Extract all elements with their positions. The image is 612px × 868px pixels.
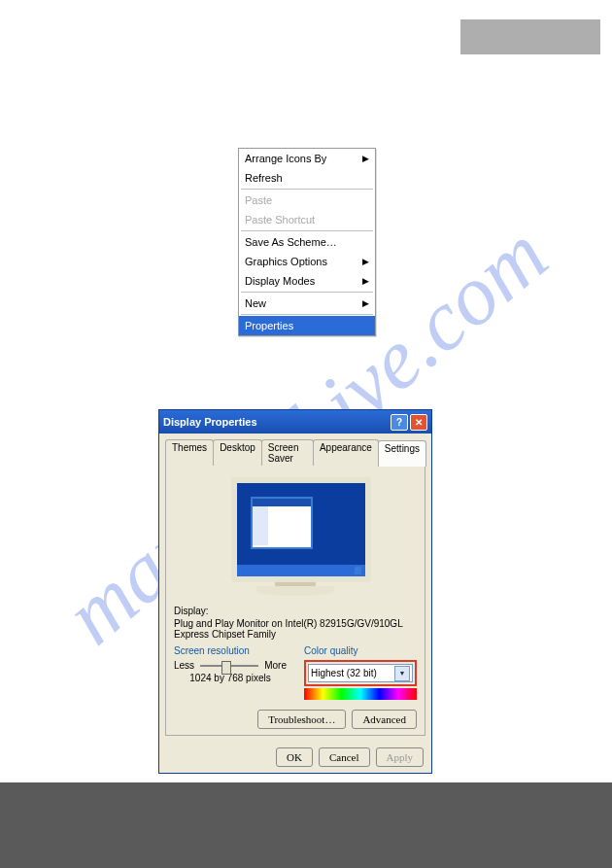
menu-separator bbox=[241, 314, 373, 315]
apply-button: Apply bbox=[376, 747, 425, 767]
submenu-arrow-icon: ▶ bbox=[362, 276, 369, 286]
slider-more-label: More bbox=[264, 660, 287, 671]
display-device-name: Plug and Play Monitor on Intel(R) 82915G… bbox=[174, 618, 417, 640]
screen-resolution-group: Screen resolution Less More 1024 by 768 … bbox=[174, 645, 287, 700]
tab-themes[interactable]: Themes bbox=[165, 439, 214, 466]
submenu-arrow-icon: ▶ bbox=[362, 257, 369, 266]
close-button[interactable]: ✕ bbox=[410, 414, 427, 431]
menu-arrange-icons[interactable]: Arrange Icons By▶ bbox=[239, 149, 375, 168]
menu-label: Graphics Options bbox=[245, 256, 327, 267]
menu-label: Paste bbox=[245, 194, 272, 206]
troubleshoot-button[interactable]: Troubleshoot… bbox=[257, 710, 346, 729]
color-spectrum-icon bbox=[304, 688, 417, 700]
slider-less-label: Less bbox=[174, 660, 194, 671]
titlebar: Display Properties ? ✕ bbox=[159, 410, 431, 434]
settings-pane: Display: Plug and Play Monitor on Intel(… bbox=[165, 466, 425, 736]
menu-properties[interactable]: Properties bbox=[239, 316, 375, 335]
menu-new[interactable]: New▶ bbox=[239, 294, 375, 313]
tab-appearance[interactable]: Appearance bbox=[313, 439, 379, 466]
tab-settings[interactable]: Settings bbox=[378, 440, 426, 467]
menu-separator bbox=[241, 292, 373, 293]
color-quality-highlight: Highest (32 bit) ▼ bbox=[304, 660, 417, 686]
menu-label: Refresh bbox=[245, 172, 283, 184]
display-label: Display: bbox=[174, 606, 417, 616]
header-gray-block bbox=[460, 19, 600, 54]
menu-graphics-options[interactable]: Graphics Options▶ bbox=[239, 252, 375, 271]
menu-separator bbox=[241, 189, 373, 190]
slider-thumb[interactable] bbox=[221, 661, 231, 675]
advanced-button[interactable]: Advanced bbox=[352, 710, 417, 729]
tab-desktop[interactable]: Desktop bbox=[213, 439, 262, 466]
menu-label: Save As Scheme… bbox=[245, 236, 337, 248]
dialog-button-row: OK Cancel Apply bbox=[159, 742, 431, 773]
menu-display-modes[interactable]: Display Modes▶ bbox=[239, 271, 375, 291]
chevron-down-icon[interactable]: ▼ bbox=[394, 666, 410, 681]
desktop-context-menu: Arrange Icons By▶ Refresh Paste Paste Sh… bbox=[238, 148, 376, 336]
menu-paste-shortcut: Paste Shortcut bbox=[239, 210, 375, 229]
menu-label: Arrange Icons By bbox=[245, 153, 326, 164]
submenu-arrow-icon: ▶ bbox=[362, 154, 369, 163]
monitor-preview bbox=[174, 477, 417, 596]
menu-label: Paste Shortcut bbox=[245, 214, 315, 226]
tab-screensaver[interactable]: Screen Saver bbox=[261, 439, 314, 466]
menu-separator bbox=[241, 230, 373, 231]
menu-paste: Paste bbox=[239, 191, 375, 210]
menu-refresh[interactable]: Refresh bbox=[239, 168, 375, 188]
cancel-button[interactable]: Cancel bbox=[319, 747, 370, 767]
color-quality-value: Highest (32 bit) bbox=[311, 668, 377, 678]
color-quality-select[interactable]: Highest (32 bit) ▼ bbox=[308, 664, 413, 682]
submenu-arrow-icon: ▶ bbox=[362, 298, 369, 308]
resolution-value: 1024 by 768 pixels bbox=[174, 673, 287, 683]
footer-gray-block bbox=[0, 782, 612, 868]
menu-label: Display Modes bbox=[245, 275, 315, 287]
help-button[interactable]: ? bbox=[391, 414, 408, 431]
resolution-slider[interactable] bbox=[200, 665, 258, 667]
group-label: Screen resolution bbox=[174, 645, 287, 656]
menu-save-scheme[interactable]: Save As Scheme… bbox=[239, 232, 375, 252]
dialog-title: Display Properties bbox=[163, 416, 257, 428]
menu-label: Properties bbox=[245, 320, 293, 331]
tab-strip: Themes Desktop Screen Saver Appearance S… bbox=[159, 434, 431, 466]
color-quality-group: Color quality Highest (32 bit) ▼ bbox=[304, 645, 417, 700]
group-label: Color quality bbox=[304, 645, 417, 656]
ok-button[interactable]: OK bbox=[276, 747, 313, 767]
window-preview-icon bbox=[251, 497, 313, 549]
monitor-screen-icon bbox=[231, 477, 371, 582]
menu-label: New bbox=[245, 297, 266, 309]
display-properties-dialog: Display Properties ? ✕ Themes Desktop Sc… bbox=[158, 409, 432, 774]
